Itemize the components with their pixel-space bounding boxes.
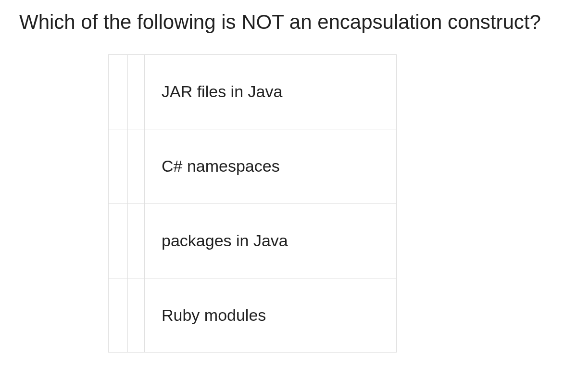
option-cell-b xyxy=(127,278,144,352)
option-row[interactable]: JAR files in Java xyxy=(108,54,397,129)
option-label: JAR files in Java xyxy=(144,55,396,129)
option-row[interactable]: Ruby modules xyxy=(108,278,397,353)
option-row[interactable]: packages in Java xyxy=(108,203,397,278)
option-cell-b xyxy=(127,204,144,278)
question-text: Which of the following is NOT an encapsu… xyxy=(19,10,558,35)
option-cell-a xyxy=(108,204,127,278)
option-row[interactable]: C# namespaces xyxy=(108,129,397,203)
option-label: C# namespaces xyxy=(144,129,396,203)
option-cell-a xyxy=(108,278,127,352)
option-label: packages in Java xyxy=(144,204,396,278)
option-cell-b xyxy=(127,55,144,129)
option-cell-b xyxy=(127,129,144,203)
options-container: JAR files in Java C# namespaces packages… xyxy=(108,54,397,353)
option-cell-a xyxy=(108,129,127,203)
option-cell-a xyxy=(108,55,127,129)
option-label: Ruby modules xyxy=(144,278,396,352)
